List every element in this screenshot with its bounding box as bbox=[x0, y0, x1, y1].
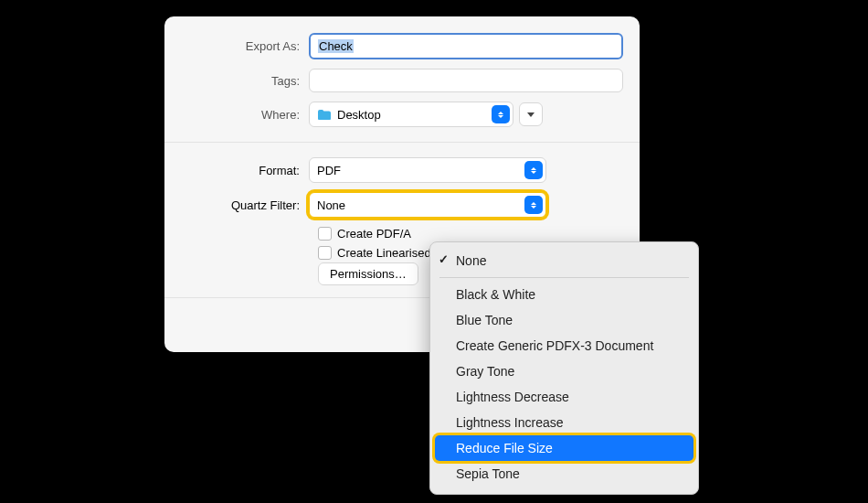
expand-where-button[interactable] bbox=[519, 102, 543, 126]
checkbox-icon[interactable] bbox=[318, 246, 332, 260]
quartz-filter-value: None bbox=[317, 198, 345, 212]
menu-item[interactable]: Black & White bbox=[430, 282, 698, 307]
create-pdfa-row[interactable]: Create PDF/A bbox=[318, 227, 623, 241]
format-select[interactable]: PDF bbox=[309, 157, 546, 183]
updown-icon bbox=[492, 105, 510, 123]
menu-item-reduce-file-size[interactable]: Reduce File Size bbox=[435, 435, 693, 461]
where-select[interactable]: Desktop bbox=[309, 102, 513, 127]
tags-label: Tags: bbox=[181, 74, 309, 88]
export-as-label: Export As: bbox=[181, 39, 309, 53]
quartz-filter-label: Quartz Filter: bbox=[181, 198, 309, 212]
menu-item[interactable]: Lightness Decrease bbox=[430, 384, 698, 410]
format-label: Format: bbox=[181, 164, 309, 177]
permissions-button[interactable]: Permissions… bbox=[318, 262, 418, 285]
section-location: Export As: Check Tags: Where: Desktop bbox=[164, 16, 640, 142]
where-value: Desktop bbox=[337, 108, 381, 122]
checkbox-icon[interactable] bbox=[318, 227, 332, 241]
chevron-down-icon bbox=[527, 112, 535, 117]
menu-item[interactable]: Blue Tone bbox=[430, 307, 698, 333]
create-pdfa-label: Create PDF/A bbox=[337, 227, 411, 241]
menu-item-none[interactable]: None bbox=[430, 248, 698, 273]
menu-item[interactable]: Sepia Tone bbox=[430, 461, 698, 487]
folder-icon bbox=[317, 109, 332, 121]
tags-input[interactable] bbox=[309, 69, 623, 92]
export-as-value: Check bbox=[318, 39, 354, 53]
quartz-filter-menu: None Black & White Blue Tone Create Gene… bbox=[429, 241, 699, 495]
menu-item[interactable]: Create Generic PDFX-3 Document bbox=[430, 333, 698, 359]
menu-item[interactable]: Lightness Increase bbox=[430, 410, 698, 435]
quartz-filter-select[interactable]: None bbox=[309, 192, 546, 218]
export-as-input[interactable]: Check bbox=[309, 33, 623, 59]
updown-icon bbox=[524, 161, 543, 179]
updown-icon bbox=[524, 196, 543, 214]
menu-item[interactable]: Gray Tone bbox=[430, 359, 698, 384]
where-label: Where: bbox=[181, 108, 309, 122]
format-value: PDF bbox=[317, 164, 341, 177]
menu-divider bbox=[439, 277, 689, 278]
